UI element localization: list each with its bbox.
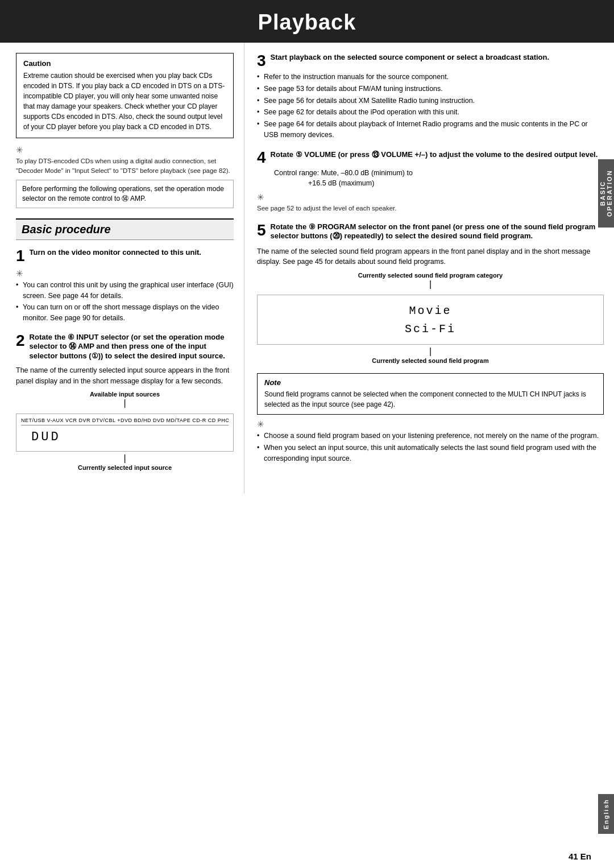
diagram-2-label-top: Available input sources [16,391,234,398]
step-4-title: Rotate ⑤ VOLUME (or press ⑬ VOLUME +/–) … [271,150,604,160]
step-1: 1 Turn on the video monitor connected to… [16,248,234,325]
step-3-bullet-3: See page 56 for details about XM Satelli… [257,96,604,106]
step-3-bullets: Refer to the instruction manuals for the… [257,72,604,140]
step-5-number: 5 [257,222,266,238]
diagram-5: Movie Sci-Fi [257,295,604,345]
diagram-5-arrow-bottom: | [257,347,604,356]
tip-icon: ✳ [257,419,604,429]
diagram-2: NET/USB V-AUX VCR DVR DTV/CBL +DVD BD/HD… [16,414,234,452]
step-3-bullet-5: See page 64 for details about playback o… [257,119,604,140]
diagram-2-arrow-bottom: | [16,454,234,463]
tip-list: Choose a sound field program based on yo… [257,431,604,464]
step-4-note-icon: ✳ [257,192,604,202]
diagram-5-label-top: Currently selected sound field program c… [257,272,604,279]
diagram-5-arrow-top: | [257,280,604,289]
page-title: Playback [0,0,614,43]
step-2-body: The name of the currently selected input… [16,365,234,387]
diagram-5-label-bottom: Currently selected sound field program [257,357,604,364]
step-5-title: Rotate the ⑨ PROGRAM selector on the fro… [271,222,604,241]
step-4: 4 Rotate ⑤ VOLUME (or press ⑬ VOLUME +/–… [257,150,604,213]
title-text: Playback [258,10,356,34]
diagram-2-label-bottom: Currently selected input source [16,464,234,471]
caution-text: Extreme caution should be exercised when… [23,71,226,132]
step-2-title: Rotate the ⑥ INPUT selector (or set the … [30,333,234,360]
step-2-number: 2 [16,333,25,349]
dvd-display: DUD [21,428,229,448]
step-1-note-item-1: You can control this unit by using the g… [16,280,234,301]
movie-display: Movie Sci-Fi [264,300,596,341]
english-tab: English [598,794,614,834]
step-3-number: 3 [257,53,266,69]
page-number: 41 En [569,852,591,861]
step-1-note-icon: ✳ [16,268,234,279]
tip-item-1: Choose a sound field program based on yo… [257,431,604,441]
step-1-number: 1 [16,248,25,264]
caution-title: Caution [23,59,226,68]
step-3-bullet-4: See page 62 for details about the iPod o… [257,107,604,118]
right-column: 3 Start playback on the selected source … [244,43,614,494]
sources-row: NET/USB V-AUX VCR DVR DTV/CBL +DVD BD/HD… [21,418,229,425]
step-3-bullet-2: See page 53 for details about FM/AM tuni… [257,84,604,94]
step-1-note-list: You can control this unit by using the g… [16,280,234,324]
warning-bar: Before performing the following operatio… [16,180,234,208]
diagram-2-arrow-top: | [16,399,234,408]
step-2: 2 Rotate the ⑥ INPUT selector (or set th… [16,333,234,476]
step-1-title: Turn on the video monitor connected to t… [30,248,234,257]
caution-box: Caution Extreme caution should be exerci… [16,53,234,138]
note-box-text: Sound field programs cannot be selected … [264,389,596,410]
note-text-1: To play DTS-encoded CDs when using a dig… [16,156,234,175]
note-icon-1: ✳ [16,145,234,155]
step-5-body: The name of the selected sound field pro… [257,246,604,268]
step-1-note-item-2: You can turn on or off the short message… [16,302,234,324]
note-box-title: Note [264,378,596,387]
step-3-title: Start playback on the selected source co… [271,53,604,61]
step-3-bullet-1: Refer to the instruction manuals for the… [257,72,604,82]
step-4-note-text: See page 52 to adjust the level of each … [257,204,604,213]
step-4-number: 4 [257,150,266,166]
tip-item-2: When you select an input source, this un… [257,443,604,464]
step-5: 5 Rotate the ⑨ PROGRAM selector on the f… [257,222,604,365]
warning-bar-text: Before performing the following operatio… [22,185,224,202]
section-header: Basic procedure [16,218,234,240]
step-3: 3 Start playback on the selected source … [257,53,604,140]
step-4-range: Control range: Mute, –80.0 dB (minimum) … [274,168,604,189]
sidebar-tab: BASIC OPERATION [598,159,614,228]
note-box: Note Sound field programs cannot be sele… [257,373,604,415]
left-column: Caution Extreme caution should be exerci… [0,43,244,494]
